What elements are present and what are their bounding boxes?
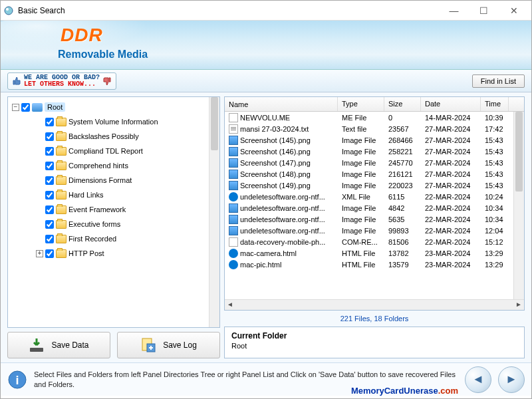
img-file-icon [229, 181, 238, 190]
minimize-button[interactable]: — [439, 1, 469, 20]
promo-line-1: WE ARE GOOD OR BAD? [24, 74, 100, 81]
file-size: 245770 [384, 159, 421, 167]
file-name: undeletesoftware.org-ntf... [240, 193, 325, 201]
hscroll-right[interactable]: ► [513, 300, 524, 311]
file-date: 27-MAR-2024 [421, 148, 481, 156]
file-name: mac-camera.html [240, 249, 297, 257]
table-row[interactable]: Screenshot (147).png Image File 245770 2… [225, 157, 524, 168]
save-log-button[interactable]: Save Log [117, 332, 220, 358]
tree-item[interactable]: System Volume Information [9, 114, 218, 129]
tree-item-checkbox[interactable] [45, 162, 54, 170]
thumbs-down-icon [102, 76, 112, 86]
folder-tree[interactable]: − Root System Volume Information Backsla… [7, 96, 220, 328]
tree-item-checkbox[interactable] [45, 118, 54, 126]
file-date: 27-MAR-2024 [421, 159, 481, 167]
tree-scrollbar[interactable] [209, 97, 219, 327]
tree-expand-icon[interactable]: + [36, 250, 43, 257]
folder-icon [56, 191, 66, 200]
tree-item-checkbox[interactable] [45, 249, 54, 258]
file-type: XML File [338, 193, 384, 201]
table-row[interactable]: undeletesoftware.org-ntf... Image File 5… [225, 213, 524, 225]
file-grid[interactable]: Name Type Size Date Time NEWVOLU.ME ME F… [224, 96, 525, 311]
file-file-icon [229, 237, 238, 247]
save-log-label: Save Log [163, 340, 197, 350]
tree-item[interactable]: Comprehend hints [9, 158, 218, 173]
tree-root-checkbox[interactable] [21, 103, 30, 112]
folder-icon [56, 132, 66, 141]
file-type: HTML File [338, 261, 384, 269]
tree-collapse-icon[interactable]: − [12, 104, 19, 111]
window-title: Basic Search [18, 6, 439, 15]
tree-item-label: Hard Links [68, 191, 104, 199]
file-size: 13782 [384, 249, 421, 257]
img-file-icon [229, 203, 238, 213]
tree-item[interactable]: Hard Links [9, 188, 218, 202]
nav-back-button[interactable]: ◄ [465, 366, 491, 393]
folder-icon [56, 235, 66, 243]
maximize-button[interactable]: ☐ [469, 1, 499, 20]
tree-item-label: Executive forms [68, 220, 120, 228]
tree-item[interactable]: Dimensions Format [9, 173, 218, 188]
file-date: 22-MAR-2024 [421, 193, 481, 201]
col-name[interactable]: Name [225, 97, 338, 111]
file-size: 23567 [384, 125, 421, 133]
nav-forward-button[interactable]: ► [498, 366, 525, 393]
tree-item-checkbox[interactable] [45, 205, 54, 214]
svg-text:i: i [15, 374, 19, 387]
table-row[interactable]: undeletesoftware.org-ntf... Image File 9… [225, 225, 524, 236]
tree-item-checkbox[interactable] [45, 132, 54, 141]
tree-item-label: Dimensions Format [68, 176, 132, 184]
table-row[interactable]: Screenshot (148).png Image File 216121 2… [225, 168, 524, 180]
grid-header: Name Type Size Date Time [225, 97, 524, 112]
col-size[interactable]: Size [384, 97, 421, 111]
html-file-icon [229, 192, 238, 201]
feedback-promo-button[interactable]: WE ARE GOOD OR BAD? LET OTHERS KNOW... [7, 72, 116, 90]
close-button[interactable]: ✕ [499, 1, 529, 20]
col-type[interactable]: Type [338, 97, 384, 111]
tree-item[interactable]: First Recorded [9, 231, 218, 246]
tree-item-label: System Volume Information [68, 118, 158, 126]
svg-point-1 [6, 8, 9, 11]
col-date[interactable]: Date [421, 97, 481, 111]
current-folder-value: Root [231, 342, 517, 350]
file-type: Image File [338, 215, 384, 223]
tree-item[interactable]: Event Framework [9, 202, 218, 217]
col-time[interactable]: Time [481, 97, 509, 111]
table-row[interactable]: undeletesoftware.org-ntf... Image File 4… [225, 202, 524, 213]
folder-icon [56, 147, 66, 156]
table-row[interactable]: undeletesoftware.org-ntf... XML File 611… [225, 191, 524, 202]
txt-file-icon [229, 124, 238, 134]
hscroll-left[interactable]: ◄ [225, 300, 235, 311]
table-row[interactable]: mansi 27-03-2024.txt Text file 23567 27-… [225, 123, 524, 134]
table-row[interactable]: Screenshot (149).png Image File 220023 2… [225, 180, 524, 191]
file-date: 22-MAR-2024 [421, 227, 481, 235]
table-row[interactable]: mac-pic.html HTML File 13579 23-MAR-2024… [225, 259, 524, 270]
tree-item[interactable]: Compliand TDL Report [9, 144, 218, 158]
tree-item-checkbox[interactable] [45, 191, 54, 200]
tree-item-checkbox[interactable] [45, 235, 54, 243]
tree-item[interactable]: Backslashes Possibly [9, 129, 218, 144]
table-row[interactable]: NEWVOLU.ME ME File 0 14-MAR-2024 10:39 [225, 112, 524, 123]
grid-vscrollbar[interactable] [513, 112, 524, 299]
tree-item[interactable]: + HTTP Post [9, 246, 218, 261]
tree-item-label: Backslashes Possibly [68, 132, 139, 140]
tree-item-label: Event Framework [68, 205, 126, 213]
find-in-list-button[interactable]: Find in List [472, 74, 525, 88]
file-type: Image File [338, 204, 384, 212]
save-data-button[interactable]: Save Data [7, 332, 110, 358]
table-row[interactable]: Screenshot (145).png Image File 268466 2… [225, 134, 524, 146]
table-row[interactable]: data-recovery-mobile-ph... COM-RE... 815… [225, 236, 524, 247]
save-data-label: Save Data [51, 340, 88, 350]
tree-item-checkbox[interactable] [45, 176, 54, 185]
grid-hscrollbar[interactable]: ◄ ► [225, 299, 524, 310]
img-file-icon [229, 215, 238, 224]
table-row[interactable]: Screenshot (146).png Image File 258221 2… [225, 146, 524, 157]
tree-item-checkbox[interactable] [45, 147, 54, 156]
table-row[interactable]: mac-camera.html HTML File 13782 23-MAR-2… [225, 247, 524, 259]
file-size: 216121 [384, 170, 421, 178]
tree-item[interactable]: Executive forms [9, 217, 218, 231]
thumbs-up-icon [12, 76, 21, 86]
tree-root-label[interactable]: Root [45, 102, 65, 112]
tree-item-checkbox[interactable] [45, 220, 54, 229]
right-pane: Name Type Size Date Time NEWVOLU.ME ME F… [224, 96, 525, 358]
